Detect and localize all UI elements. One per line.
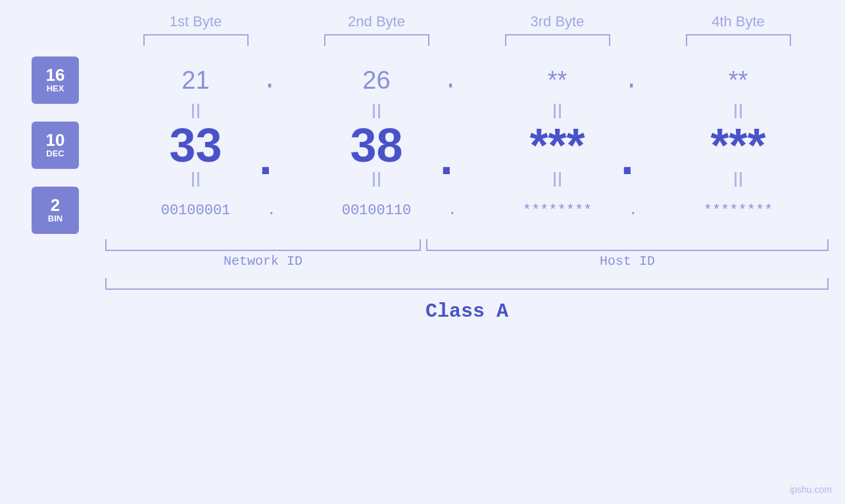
dec-badge-label: DEC bbox=[46, 149, 64, 159]
badges-spacer-brackets bbox=[0, 34, 105, 46]
hex-badge: 16 HEX bbox=[32, 57, 79, 104]
hex-dot-1: . bbox=[262, 66, 278, 95]
byte2-header: 2nd Byte bbox=[304, 13, 449, 30]
dblbar2-line2b bbox=[378, 172, 380, 187]
bin-badge-spacer: 2 BIN bbox=[0, 187, 105, 234]
hex-row: 16 HEX 21 . 26 . ** . ** bbox=[0, 57, 845, 104]
dec-val-1: 33 bbox=[169, 118, 222, 172]
hex-val-1: 21 bbox=[181, 66, 209, 95]
bin-cell-4: ******** bbox=[666, 202, 811, 219]
dblbar2-3 bbox=[485, 172, 630, 187]
top-brackets-area bbox=[105, 34, 829, 46]
dec-values: 33 . 38 . *** . *** bbox=[105, 118, 829, 172]
hex-cell-3: ** . bbox=[485, 66, 630, 95]
bottom-brackets-row bbox=[0, 239, 845, 251]
bin-values: 00100001 . 00100110 . ******** . *******… bbox=[105, 187, 829, 234]
bin-val-3: ******** bbox=[523, 202, 592, 219]
dblbar1-1 bbox=[124, 104, 268, 118]
dec-badge: 10 DEC bbox=[32, 122, 79, 169]
bin-dot-1: . bbox=[267, 202, 276, 219]
class-label: Class A bbox=[105, 300, 829, 323]
hex-cell-2: 26 . bbox=[304, 66, 449, 95]
bin-badge-label: BIN bbox=[48, 214, 62, 224]
dec-badge-number: 10 bbox=[46, 131, 65, 149]
dblbar2-inner-1 bbox=[192, 172, 199, 187]
bracket-byte1 bbox=[124, 34, 268, 46]
class-label-spacer bbox=[0, 295, 105, 323]
byte3-header: 3rd Byte bbox=[485, 13, 630, 30]
watermark: ipshu.com bbox=[790, 484, 832, 495]
bin-val-2: 00100110 bbox=[342, 202, 412, 219]
hex-val-4: ** bbox=[729, 66, 748, 95]
dblbar2-line3b bbox=[559, 172, 561, 187]
dec-val-2: 38 bbox=[350, 118, 402, 172]
id-labels-row: Network ID Host ID bbox=[0, 254, 845, 269]
dbl-bar-row-1 bbox=[0, 104, 845, 118]
dblbar2-line2a bbox=[373, 172, 375, 187]
byte-headers-row: 1st Byte 2nd Byte 3rd Byte 4th Byte bbox=[0, 13, 845, 30]
bottom-brackets-area bbox=[105, 239, 829, 251]
dblbar1-2 bbox=[304, 104, 449, 118]
byte4-header: 4th Byte bbox=[666, 13, 811, 30]
bracket-byte2 bbox=[304, 34, 449, 46]
bracket-byte4 bbox=[666, 34, 811, 46]
dbl-bar-row-2 bbox=[0, 172, 845, 187]
dblbar1-spacer bbox=[0, 104, 105, 118]
dec-cell-2: 38 . bbox=[304, 118, 449, 172]
dblbar2-area bbox=[105, 172, 829, 187]
dec-cell-3: *** . bbox=[485, 118, 630, 172]
id-labels-spacer bbox=[0, 254, 105, 269]
hex-cell-4: ** bbox=[666, 66, 811, 95]
hex-cell-1: 21 . bbox=[124, 66, 268, 95]
hex-badge-spacer: 16 HEX bbox=[0, 57, 105, 104]
dblbar1-inner-4 bbox=[735, 104, 742, 118]
dblbar1-line1b bbox=[197, 104, 199, 118]
hex-badge-number: 16 bbox=[46, 66, 65, 83]
dblbar1-line4b bbox=[740, 104, 742, 118]
bin-cell-3: ******** . bbox=[485, 202, 630, 219]
class-label-row: Class A bbox=[0, 295, 845, 323]
byte-headers-area: 1st Byte 2nd Byte 3rd Byte 4th Byte bbox=[105, 13, 829, 30]
outer-bracket-row bbox=[0, 278, 845, 290]
dblbar1-line2a bbox=[373, 104, 375, 118]
id-labels-area: Network ID Host ID bbox=[105, 254, 829, 269]
byte1-header: 1st Byte bbox=[124, 13, 268, 30]
network-id-label: Network ID bbox=[105, 254, 421, 269]
dblbar2-line1b bbox=[197, 172, 199, 187]
bracket-inner-2 bbox=[324, 34, 429, 46]
hex-badge-label: HEX bbox=[47, 83, 64, 94]
hex-values: 21 . 26 . ** . ** bbox=[105, 57, 829, 104]
dblbar2-line4b bbox=[740, 172, 742, 187]
main-container: 1st Byte 2nd Byte 3rd Byte 4th Byte bbox=[0, 0, 845, 504]
hex-dot-3: . bbox=[624, 66, 639, 95]
dblbar2-2 bbox=[304, 172, 449, 187]
hex-val-2: 26 bbox=[362, 66, 390, 95]
bracket-inner-1 bbox=[143, 34, 249, 46]
dblbar2-inner-3 bbox=[554, 172, 561, 187]
dblbar1-inner-1 bbox=[192, 104, 199, 118]
dblbar2-inner-2 bbox=[373, 172, 380, 187]
badges-spacer-top bbox=[0, 13, 105, 30]
dblbar1-inner-2 bbox=[373, 104, 380, 118]
bracket-byte3 bbox=[485, 34, 630, 46]
dec-dot-3: . bbox=[613, 135, 641, 156]
bin-val-4: ******** bbox=[704, 202, 773, 219]
dblbar1-line2b bbox=[378, 104, 380, 118]
dec-val-3: *** bbox=[529, 118, 585, 172]
dec-row: 10 DEC 33 . 38 . *** . *** bbox=[0, 118, 845, 172]
dec-badge-spacer: 10 DEC bbox=[0, 118, 105, 172]
dblbar1-line3b bbox=[559, 104, 561, 118]
dec-cell-1: 33 . bbox=[124, 118, 268, 172]
host-id-label: Host ID bbox=[426, 254, 829, 269]
dblbar2-line3a bbox=[554, 172, 556, 187]
dblbar1-line4a bbox=[735, 104, 736, 118]
bracket-inner-4 bbox=[686, 34, 791, 46]
outer-bracket bbox=[105, 278, 829, 290]
dblbar2-4 bbox=[666, 172, 811, 187]
bin-cell-2: 00100110 . bbox=[304, 202, 449, 219]
dblbar1-line3a bbox=[554, 104, 556, 118]
dblbar2-spacer bbox=[0, 172, 105, 187]
dblbar2-inner-4 bbox=[735, 172, 742, 187]
dblbar2-line1a bbox=[192, 172, 194, 187]
bracket-inner-3 bbox=[505, 34, 610, 46]
